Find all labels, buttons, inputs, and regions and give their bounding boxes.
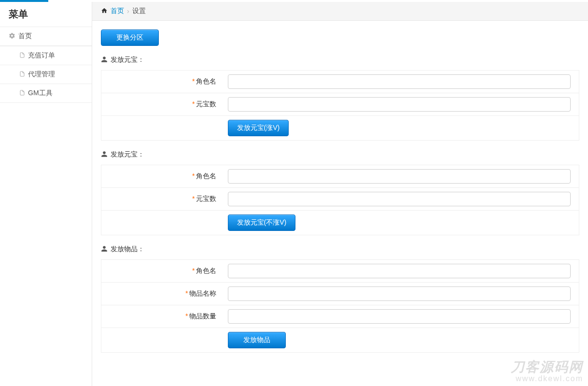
- topbar-accent: [0, 0, 588, 2]
- input-item-qty[interactable]: [228, 309, 571, 324]
- form-item: *角色名 *物品名称 *物品数量 发放物品: [101, 259, 579, 353]
- main-content: 更换分区 发放元宝： *角色名 *元宝数 发放元宝(: [92, 21, 588, 386]
- breadcrumb-home-link[interactable]: 首页: [111, 7, 124, 15]
- input-amount-1[interactable]: [228, 97, 571, 112]
- change-zone-button[interactable]: 更换分区: [101, 29, 159, 46]
- home-icon: [101, 7, 108, 15]
- sidebar-item-label: 首页: [18, 32, 32, 41]
- input-role-name-1[interactable]: [228, 74, 571, 89]
- form-yuanbao-vip: *角色名 *元宝数 发放元宝(涨V): [101, 70, 579, 141]
- submit-item-button[interactable]: 发放物品: [228, 332, 286, 348]
- user-icon: [101, 151, 108, 159]
- sidebar-item-gm-tools[interactable]: GM工具: [0, 84, 92, 103]
- sidebar: 菜单 首页 充值订单 代理管理: [0, 2, 92, 386]
- sidebar-item-label: GM工具: [28, 89, 53, 98]
- sidebar-item-label: 代理管理: [28, 70, 55, 79]
- label-amount: *元宝数: [101, 188, 222, 211]
- section-head-yuanbao-novip: 发放元宝：: [101, 150, 579, 159]
- user-icon: [101, 245, 108, 254]
- sidebar-menu: 首页 充值订单 代理管理 GM工具: [0, 27, 92, 103]
- form-yuanbao-novip: *角色名 *元宝数 发放元宝(不涨V): [101, 165, 579, 235]
- input-role-name-3[interactable]: [228, 264, 571, 278]
- section-title: 发放元宝：: [111, 150, 144, 159]
- file-icon: [19, 52, 25, 60]
- sidebar-item-recharge-orders[interactable]: 充值订单: [0, 46, 92, 65]
- sidebar-title: 菜单: [0, 2, 92, 27]
- label-role-name: *角色名: [101, 260, 222, 283]
- section-head-item: 发放物品：: [101, 245, 579, 254]
- sidebar-item-label: 充值订单: [28, 51, 55, 60]
- breadcrumb-separator: ›: [127, 7, 129, 15]
- label-role-name: *角色名: [101, 165, 222, 188]
- label-item-qty: *物品数量: [101, 305, 222, 328]
- sidebar-item-home[interactable]: 首页: [0, 27, 92, 46]
- gear-icon: [9, 32, 15, 41]
- input-amount-2[interactable]: [228, 192, 571, 206]
- section-head-yuanbao-vip: 发放元宝：: [101, 56, 579, 64]
- breadcrumb: 首页 › 设置: [92, 2, 588, 21]
- submit-yuanbao-novip-button[interactable]: 发放元宝(不涨V): [228, 214, 296, 231]
- section-title: 发放元宝：: [111, 56, 144, 64]
- input-role-name-2[interactable]: [228, 169, 571, 184]
- submit-yuanbao-vip-button[interactable]: 发放元宝(涨V): [228, 120, 289, 136]
- label-role-name: *角色名: [101, 71, 222, 93]
- label-item-name: *物品名称: [101, 283, 222, 305]
- sidebar-item-agent-mgmt[interactable]: 代理管理: [0, 65, 92, 84]
- file-icon: [19, 71, 25, 79]
- breadcrumb-current: 设置: [132, 7, 146, 15]
- label-amount: *元宝数: [101, 93, 222, 116]
- input-item-name[interactable]: [228, 286, 571, 301]
- section-title: 发放物品：: [111, 245, 144, 254]
- user-icon: [101, 56, 108, 64]
- file-icon: [19, 89, 25, 98]
